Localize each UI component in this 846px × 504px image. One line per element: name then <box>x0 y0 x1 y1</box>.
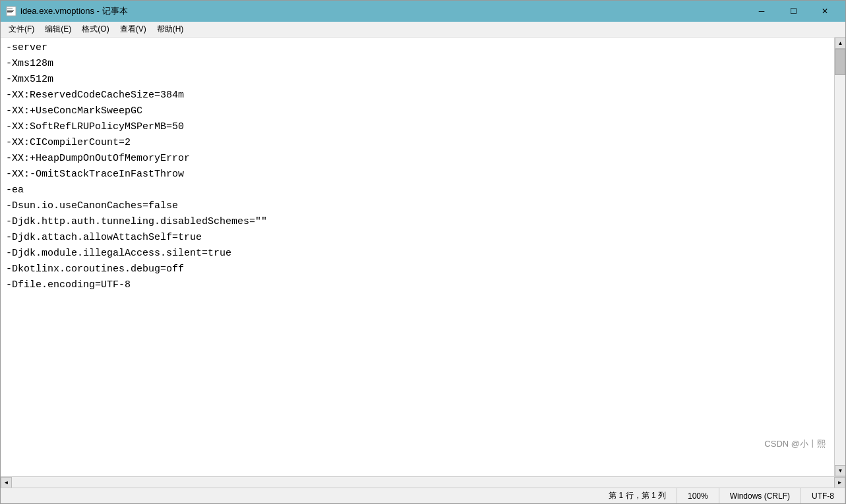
menu-help[interactable]: 帮助(H) <box>152 22 189 36</box>
h-scrollbar-track <box>12 477 834 488</box>
menu-file[interactable]: 文件(F) <box>3 22 40 36</box>
scroll-right-button[interactable]: ► <box>834 477 845 488</box>
svg-rect-2 <box>7 10 14 11</box>
menu-view[interactable]: 查看(V) <box>115 22 152 36</box>
cursor-position: 第 1 行，第 1 列 <box>598 488 677 503</box>
encoding: UTF-8 <box>801 488 845 503</box>
line-ending: Windows (CRLF) <box>719 488 801 503</box>
window-title: idea.exe.vmoptions - 记事本 <box>20 5 746 17</box>
maximize-button[interactable]: ☐ <box>778 1 808 22</box>
menu-edit[interactable]: 编辑(E) <box>40 22 76 36</box>
text-editor[interactable]: -server -Xms128m -Xmx512m -XX:ReservedCo… <box>1 38 834 476</box>
close-button[interactable]: ✕ <box>810 1 840 22</box>
title-bar: idea.exe.vmoptions - 记事本 ─ ☐ ✕ <box>1 1 845 22</box>
horizontal-scrollbar[interactable]: ◄ ► <box>1 476 845 488</box>
menu-format[interactable]: 格式(O) <box>76 22 114 36</box>
scroll-down-button[interactable]: ▼ <box>835 465 845 476</box>
scrollbar-track <box>835 49 845 465</box>
scroll-up-button[interactable]: ▲ <box>835 38 845 49</box>
svg-rect-1 <box>7 9 13 9</box>
editor-area: -server -Xms128m -Xmx512m -XX:ReservedCo… <box>1 38 845 476</box>
svg-rect-4 <box>7 13 12 13</box>
menu-bar: 文件(F) 编辑(E) 格式(O) 查看(V) 帮助(H) <box>1 22 845 38</box>
watermark: CSDN @小丨熙 <box>764 438 826 450</box>
svg-rect-3 <box>7 11 13 12</box>
scrollbar-thumb[interactable] <box>835 49 845 75</box>
app-icon <box>6 6 16 16</box>
scroll-left-button[interactable]: ◄ <box>1 477 12 488</box>
window-controls: ─ ☐ ✕ <box>746 1 840 22</box>
minimize-button[interactable]: ─ <box>746 1 777 22</box>
vertical-scrollbar[interactable]: ▲ ▼ <box>834 38 845 476</box>
zoom-level: 100% <box>677 488 719 503</box>
status-bar: 第 1 行，第 1 列 100% Windows (CRLF) UTF-8 <box>1 488 845 503</box>
main-window: idea.exe.vmoptions - 记事本 ─ ☐ ✕ 文件(F) 编辑(… <box>0 0 846 504</box>
